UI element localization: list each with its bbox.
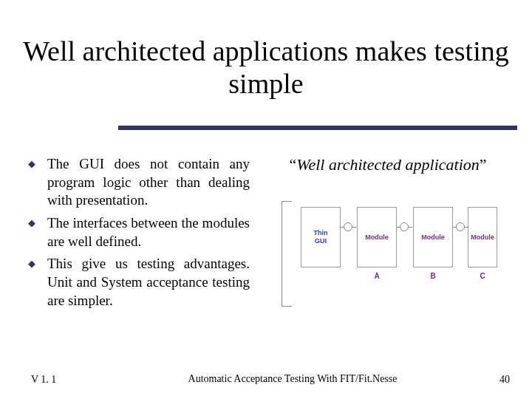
footer-version: V 1. 1 — [31, 374, 120, 386]
module-label: Thin — [301, 229, 340, 237]
module-sublabel: C — [468, 272, 497, 280]
module-label: Module — [468, 233, 497, 242]
footer: V 1. 1 Automatic Acceptance Testing With… — [0, 373, 532, 386]
bracket-line — [282, 201, 282, 306]
bullet-text: This give us testing advantages. Unit an… — [47, 255, 250, 310]
list-item: This give us testing advantages. Unit an… — [28, 255, 250, 310]
connector-icon — [397, 222, 412, 233]
module-a: Module — [357, 207, 397, 267]
connector-icon — [341, 222, 356, 233]
module-c: Module — [468, 207, 497, 267]
list-item: The GUI does not contain any program log… — [28, 155, 250, 210]
diamond-bullet-icon — [28, 158, 43, 173]
title-area: Well architected applications makes test… — [0, 0, 532, 100]
bracket-line — [282, 201, 292, 202]
title-underline — [118, 126, 517, 130]
module-sublabel: B — [413, 272, 453, 280]
caption-text: Well architected application — [296, 155, 480, 174]
diamond-bullet-icon — [28, 217, 43, 232]
footer-page-number: 40 — [466, 374, 510, 386]
module-thin-gui: Thin GUI — [301, 207, 341, 267]
bullet-text: The interfaces between the modules are w… — [47, 214, 250, 250]
bracket-line — [282, 306, 292, 307]
bullet-text: The GUI does not contain any program log… — [47, 155, 250, 210]
module-label: Module — [358, 233, 396, 242]
module-label: Module — [414, 233, 452, 242]
diagram-caption: “Well architected application” — [265, 155, 511, 174]
content-area: The GUI does not contain any program log… — [0, 155, 532, 315]
bullet-list: The GUI does not contain any program log… — [28, 155, 257, 315]
module-b: Module — [413, 207, 453, 267]
connector-icon — [453, 222, 468, 233]
architecture-diagram: Thin GUI Module Module Module A B C — [277, 197, 499, 311]
diagram-column: “Well architected application” Thin GUI … — [257, 155, 511, 315]
close-quote: ” — [480, 155, 487, 174]
module-sublabel: A — [357, 272, 397, 280]
list-item: The interfaces between the modules are w… — [28, 214, 250, 250]
module-label: GUI — [301, 237, 340, 245]
page-title: Well architected applications makes test… — [0, 35, 532, 100]
open-quote: “ — [289, 155, 296, 174]
diamond-bullet-icon — [28, 258, 43, 273]
footer-title: Automatic Acceptance Testing With FIT/Fi… — [120, 373, 466, 386]
